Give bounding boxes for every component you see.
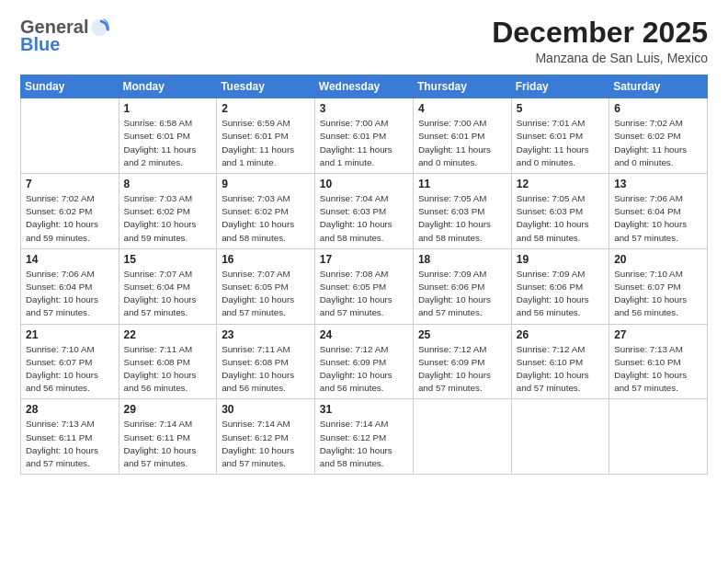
day-number: 8 bbox=[124, 178, 212, 190]
day-number: 28 bbox=[26, 403, 114, 416]
page: General Blue December 2025 Manzana de Sa… bbox=[0, 0, 728, 563]
day-number: 18 bbox=[418, 253, 506, 266]
day-number: 19 bbox=[517, 253, 604, 266]
table-row bbox=[413, 399, 511, 475]
day-info: Sunrise: 7:11 AM Sunset: 6:08 PM Dayligh… bbox=[222, 343, 310, 396]
day-info: Sunrise: 7:03 AM Sunset: 6:02 PM Dayligh… bbox=[222, 192, 310, 245]
table-row: 8Sunrise: 7:03 AM Sunset: 6:02 PM Daylig… bbox=[119, 174, 217, 249]
calendar-header-row: Sunday Monday Tuesday Wednesday Thursday… bbox=[21, 75, 708, 98]
table-row: 12Sunrise: 7:05 AM Sunset: 6:03 PM Dayli… bbox=[511, 174, 609, 249]
day-number: 4 bbox=[418, 102, 506, 115]
day-number: 14 bbox=[26, 253, 114, 266]
table-row: 4Sunrise: 7:00 AM Sunset: 6:01 PM Daylig… bbox=[413, 98, 511, 174]
day-info: Sunrise: 7:02 AM Sunset: 6:02 PM Dayligh… bbox=[614, 117, 702, 169]
table-row: 6Sunrise: 7:02 AM Sunset: 6:02 PM Daylig… bbox=[609, 98, 708, 174]
col-saturday: Saturday bbox=[609, 75, 708, 98]
col-wednesday: Wednesday bbox=[314, 75, 413, 98]
logo-blue: Blue bbox=[20, 34, 60, 55]
day-number: 7 bbox=[26, 178, 114, 190]
table-row: 21Sunrise: 7:10 AM Sunset: 6:07 PM Dayli… bbox=[21, 324, 119, 399]
day-info: Sunrise: 7:12 AM Sunset: 6:09 PM Dayligh… bbox=[418, 343, 506, 396]
day-info: Sunrise: 7:14 AM Sunset: 6:11 PM Dayligh… bbox=[124, 418, 212, 470]
day-number: 2 bbox=[222, 102, 310, 115]
table-row: 28Sunrise: 7:13 AM Sunset: 6:11 PM Dayli… bbox=[21, 399, 119, 475]
day-info: Sunrise: 7:00 AM Sunset: 6:01 PM Dayligh… bbox=[418, 117, 506, 169]
title-block: December 2025 Manzana de San Luis, Mexic… bbox=[492, 17, 708, 65]
table-row: 26Sunrise: 7:12 AM Sunset: 6:10 PM Dayli… bbox=[511, 324, 609, 399]
day-number: 11 bbox=[418, 178, 506, 190]
day-info: Sunrise: 7:09 AM Sunset: 6:06 PM Dayligh… bbox=[517, 268, 604, 320]
col-sunday: Sunday bbox=[21, 75, 119, 98]
table-row: 1Sunrise: 6:58 AM Sunset: 6:01 PM Daylig… bbox=[119, 98, 217, 174]
month-title: December 2025 bbox=[492, 17, 708, 49]
day-number: 16 bbox=[222, 253, 310, 266]
calendar-week-row: 14Sunrise: 7:06 AM Sunset: 6:04 PM Dayli… bbox=[21, 248, 708, 324]
day-info: Sunrise: 7:10 AM Sunset: 6:07 PM Dayligh… bbox=[614, 268, 702, 320]
table-row: 30Sunrise: 7:14 AM Sunset: 6:12 PM Dayli… bbox=[217, 399, 315, 475]
day-info: Sunrise: 7:14 AM Sunset: 6:12 PM Dayligh… bbox=[320, 418, 408, 470]
day-number: 1 bbox=[124, 102, 212, 115]
col-thursday: Thursday bbox=[413, 75, 511, 98]
table-row: 20Sunrise: 7:10 AM Sunset: 6:07 PM Dayli… bbox=[609, 248, 708, 324]
table-row: 16Sunrise: 7:07 AM Sunset: 6:05 PM Dayli… bbox=[217, 248, 315, 324]
table-row: 14Sunrise: 7:06 AM Sunset: 6:04 PM Dayli… bbox=[21, 248, 119, 324]
day-number: 12 bbox=[517, 178, 604, 190]
table-row: 19Sunrise: 7:09 AM Sunset: 6:06 PM Dayli… bbox=[511, 248, 609, 324]
day-number: 22 bbox=[124, 328, 212, 341]
day-info: Sunrise: 7:11 AM Sunset: 6:08 PM Dayligh… bbox=[124, 343, 212, 396]
day-info: Sunrise: 7:07 AM Sunset: 6:05 PM Dayligh… bbox=[222, 268, 310, 320]
header: General Blue December 2025 Manzana de Sa… bbox=[20, 17, 708, 65]
day-info: Sunrise: 6:59 AM Sunset: 6:01 PM Dayligh… bbox=[222, 117, 310, 169]
day-number: 5 bbox=[517, 102, 604, 115]
day-info: Sunrise: 7:02 AM Sunset: 6:02 PM Dayligh… bbox=[26, 192, 114, 245]
calendar-week-row: 7Sunrise: 7:02 AM Sunset: 6:02 PM Daylig… bbox=[21, 174, 708, 249]
calendar-week-row: 28Sunrise: 7:13 AM Sunset: 6:11 PM Dayli… bbox=[21, 399, 708, 475]
calendar-week-row: 1Sunrise: 6:58 AM Sunset: 6:01 PM Daylig… bbox=[21, 98, 708, 174]
logo: General Blue bbox=[20, 17, 110, 55]
day-info: Sunrise: 7:05 AM Sunset: 6:03 PM Dayligh… bbox=[517, 192, 604, 245]
day-number: 24 bbox=[320, 328, 408, 341]
day-number: 9 bbox=[222, 178, 310, 190]
day-number: 31 bbox=[320, 403, 408, 416]
col-monday: Monday bbox=[119, 75, 217, 98]
day-info: Sunrise: 7:13 AM Sunset: 6:10 PM Dayligh… bbox=[614, 343, 702, 396]
day-number: 29 bbox=[124, 403, 212, 416]
day-number: 13 bbox=[614, 178, 702, 190]
table-row bbox=[511, 399, 609, 475]
day-info: Sunrise: 7:01 AM Sunset: 6:01 PM Dayligh… bbox=[517, 117, 604, 169]
col-tuesday: Tuesday bbox=[217, 75, 315, 98]
day-info: Sunrise: 7:06 AM Sunset: 6:04 PM Dayligh… bbox=[26, 268, 114, 320]
day-info: Sunrise: 7:13 AM Sunset: 6:11 PM Dayligh… bbox=[26, 418, 114, 470]
day-info: Sunrise: 7:06 AM Sunset: 6:04 PM Dayligh… bbox=[614, 192, 702, 245]
location: Manzana de San Luis, Mexico bbox=[492, 51, 708, 65]
day-info: Sunrise: 7:05 AM Sunset: 6:03 PM Dayligh… bbox=[418, 192, 506, 245]
day-info: Sunrise: 7:12 AM Sunset: 6:10 PM Dayligh… bbox=[517, 343, 604, 396]
table-row: 22Sunrise: 7:11 AM Sunset: 6:08 PM Dayli… bbox=[119, 324, 217, 399]
table-row: 23Sunrise: 7:11 AM Sunset: 6:08 PM Dayli… bbox=[217, 324, 315, 399]
table-row: 25Sunrise: 7:12 AM Sunset: 6:09 PM Dayli… bbox=[413, 324, 511, 399]
day-number: 23 bbox=[222, 328, 310, 341]
day-info: Sunrise: 7:10 AM Sunset: 6:07 PM Dayligh… bbox=[26, 343, 114, 396]
table-row: 11Sunrise: 7:05 AM Sunset: 6:03 PM Dayli… bbox=[413, 174, 511, 249]
day-info: Sunrise: 7:12 AM Sunset: 6:09 PM Dayligh… bbox=[320, 343, 408, 396]
calendar-week-row: 21Sunrise: 7:10 AM Sunset: 6:07 PM Dayli… bbox=[21, 324, 708, 399]
day-number: 10 bbox=[320, 178, 408, 190]
table-row: 13Sunrise: 7:06 AM Sunset: 6:04 PM Dayli… bbox=[609, 174, 708, 249]
day-number: 26 bbox=[517, 328, 604, 341]
day-number: 3 bbox=[320, 102, 408, 115]
table-row: 3Sunrise: 7:00 AM Sunset: 6:01 PM Daylig… bbox=[314, 98, 413, 174]
day-info: Sunrise: 7:14 AM Sunset: 6:12 PM Dayligh… bbox=[222, 418, 310, 470]
table-row: 7Sunrise: 7:02 AM Sunset: 6:02 PM Daylig… bbox=[21, 174, 119, 249]
table-row: 9Sunrise: 7:03 AM Sunset: 6:02 PM Daylig… bbox=[217, 174, 315, 249]
table-row: 5Sunrise: 7:01 AM Sunset: 6:01 PM Daylig… bbox=[511, 98, 609, 174]
day-info: Sunrise: 7:08 AM Sunset: 6:05 PM Dayligh… bbox=[320, 268, 408, 320]
day-number: 17 bbox=[320, 253, 408, 266]
table-row: 24Sunrise: 7:12 AM Sunset: 6:09 PM Dayli… bbox=[314, 324, 413, 399]
day-number: 30 bbox=[222, 403, 310, 416]
table-row: 2Sunrise: 6:59 AM Sunset: 6:01 PM Daylig… bbox=[217, 98, 315, 174]
day-number: 27 bbox=[614, 328, 702, 341]
day-info: Sunrise: 7:04 AM Sunset: 6:03 PM Dayligh… bbox=[320, 192, 408, 245]
day-number: 21 bbox=[26, 328, 114, 341]
calendar: Sunday Monday Tuesday Wednesday Thursday… bbox=[20, 75, 708, 475]
table-row bbox=[21, 98, 119, 174]
